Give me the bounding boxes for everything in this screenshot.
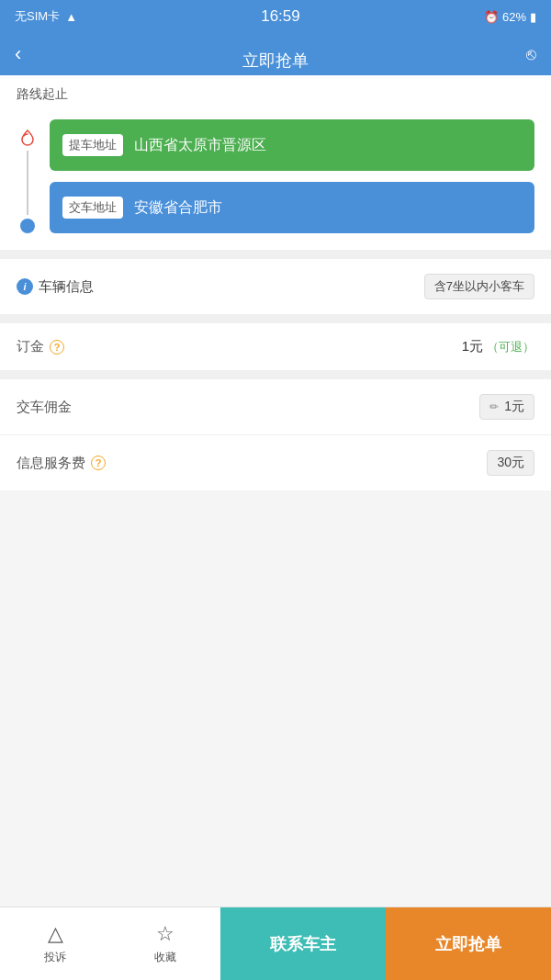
carrier-text: 无SIM卡 xyxy=(15,8,60,25)
deposit-value-area: 1元 （可退） xyxy=(462,338,534,355)
deposit-label: 订金 ? xyxy=(17,338,64,355)
fee-section: 交车佣金 ✏ 1元 信息服务费 ? 30元 xyxy=(0,379,551,490)
service-label-text: 信息服务费 xyxy=(17,455,85,472)
pencil-icon: ✏ xyxy=(489,400,499,413)
alarm-icon: ⏰ xyxy=(484,10,499,24)
complaint-icon: △ xyxy=(48,922,63,946)
time-display: 16:59 xyxy=(261,7,300,26)
pickup-address: 山西省太原市晋源区 xyxy=(134,136,266,155)
grab-button[interactable]: 立即抢单 xyxy=(386,907,551,980)
commission-label-text: 交车佣金 xyxy=(17,399,72,416)
share-button[interactable]: ⎋ xyxy=(526,45,536,64)
commission-label: 交车佣金 xyxy=(17,399,72,416)
deposit-amount: 1元 xyxy=(462,338,483,355)
wifi-icon: ▲ xyxy=(65,10,77,24)
commission-value: 1元 xyxy=(504,399,524,415)
route-section-label: 路线起止 xyxy=(0,75,551,110)
contact-button[interactable]: 联系车主 xyxy=(220,907,386,980)
dropoff-card[interactable]: 交车地址 安徽省合肥市 xyxy=(50,182,534,233)
service-help-icon[interactable]: ? xyxy=(91,456,106,470)
page-title: 立即抢单 xyxy=(242,50,309,72)
bottom-spacer xyxy=(0,490,551,582)
route-cards: 提车地址 山西省太原市晋源区 交车地址 安徽省合肥市 xyxy=(50,119,534,233)
route-connector xyxy=(27,151,28,215)
pickup-card[interactable]: 提车地址 山西省太原市晋源区 xyxy=(50,119,534,171)
complaint-tab[interactable]: △ 投诉 xyxy=(0,907,110,980)
divider-2 xyxy=(0,314,551,323)
vehicle-info-label: 车辆信息 xyxy=(39,278,94,296)
deposit-help-icon[interactable]: ? xyxy=(50,340,64,355)
vehicle-info-icon: i xyxy=(17,278,33,295)
collect-tab[interactable]: ☆ 收藏 xyxy=(110,907,220,980)
collect-icon: ☆ xyxy=(156,922,174,946)
dropoff-icon xyxy=(20,219,35,233)
collect-label: 收藏 xyxy=(154,950,176,965)
nav-bar: ‹ 立即抢单 ⎋ xyxy=(0,33,551,75)
deposit-label-text: 订金 xyxy=(17,338,44,355)
status-right: ⏰ 62% ▮ xyxy=(484,10,536,24)
pickup-badge: 提车地址 xyxy=(62,134,123,156)
route-line xyxy=(17,119,39,233)
complaint-label: 投诉 xyxy=(44,950,66,965)
service-badge: 30元 xyxy=(487,450,534,476)
divider-1 xyxy=(0,250,551,259)
battery-percent: 62% xyxy=(502,10,526,24)
commission-badge[interactable]: ✏ 1元 xyxy=(479,394,534,420)
back-button[interactable]: ‹ xyxy=(15,42,21,66)
status-left: 无SIM卡 ▲ xyxy=(15,8,77,25)
deposit-section: 订金 ? 1元 （可退） xyxy=(0,323,551,370)
pickup-icon xyxy=(18,129,37,147)
route-section: 提车地址 山西省太原市晋源区 交车地址 安徽省合肥市 xyxy=(0,110,551,250)
commission-row: 交车佣金 ✏ 1元 xyxy=(0,379,551,435)
bottom-bar: △ 投诉 ☆ 收藏 联系车主 立即抢单 xyxy=(0,907,551,980)
status-bar: 无SIM卡 ▲ 16:59 ⏰ 62% ▮ xyxy=(0,0,551,33)
vehicle-info-left: i 车辆信息 xyxy=(17,278,94,296)
divider-3 xyxy=(0,370,551,379)
vehicle-info-badge: 含7坐以内小客车 xyxy=(424,274,534,299)
vehicle-info-row: i 车辆信息 含7坐以内小客车 xyxy=(0,259,551,314)
deposit-row: 订金 ? 1元 （可退） xyxy=(0,323,551,370)
service-row: 信息服务费 ? 30元 xyxy=(0,435,551,490)
dropoff-address: 安徽省合肥市 xyxy=(134,198,222,218)
deposit-refund-tag: （可退） xyxy=(487,339,534,355)
dropoff-badge: 交车地址 xyxy=(62,197,123,219)
battery-icon: ▮ xyxy=(530,10,536,24)
service-label: 信息服务费 ? xyxy=(17,455,106,472)
service-value: 30元 xyxy=(497,455,524,471)
